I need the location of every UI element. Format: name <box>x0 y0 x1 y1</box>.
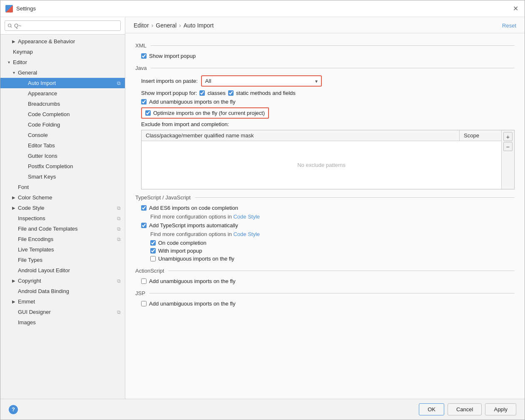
actionscript-add-unambiguous-checkbox[interactable] <box>141 278 147 284</box>
sidebar-item-label: Gutter Icons <box>28 153 121 159</box>
arrow-icon: ▶ <box>11 278 16 283</box>
sidebar-item-live-templates[interactable]: Live Templates <box>0 244 125 255</box>
show-import-popup-label: Show import popup for: <box>141 90 197 96</box>
sidebar-item-label: File Types <box>18 257 121 263</box>
sidebar-item-copyright[interactable]: ▶ Copyright ⧉ <box>0 276 125 286</box>
sidebar-item-label: Appearance & Behavior <box>18 38 121 45</box>
sidebar-item-font[interactable]: Font <box>0 182 125 192</box>
close-button[interactable]: ✕ <box>511 5 520 13</box>
help-button[interactable]: ? <box>9 405 18 414</box>
add-unambiguous-checkbox[interactable] <box>141 99 147 104</box>
xml-label: XML <box>135 42 147 49</box>
sidebar-item-label: File and Code Templates <box>18 226 115 232</box>
jsp-add-unambiguous-label[interactable]: Add unambiguous imports on the fly <box>141 301 235 307</box>
footer-right: OK Cancel Apply <box>419 403 516 415</box>
on-code-completion-label[interactable]: On code completion <box>158 240 207 246</box>
unambiguous-fly-checkbox[interactable] <box>150 256 156 261</box>
insert-imports-select[interactable]: All Ask None <box>201 75 322 87</box>
sidebar-item-label: Editor Tabs <box>28 142 121 149</box>
sidebar-item-console[interactable]: Console <box>0 130 125 140</box>
sidebar-item-editor-tabs[interactable]: Editor Tabs <box>0 140 125 151</box>
typescript-section-header: TypeScript / JavaScript <box>135 194 515 201</box>
sidebar-item-images[interactable]: Images <box>0 317 125 328</box>
sidebar-item-code-folding[interactable]: Code Folding <box>0 119 125 130</box>
sidebar-item-label: File Encodings <box>18 236 115 242</box>
optimize-label[interactable]: Optimize imports on the fly (for current… <box>153 110 265 116</box>
exclude-col-name: Class/package/member qualified name mask <box>142 130 460 141</box>
add-typescript-text: Add TypeScript imports automatically <box>149 222 238 229</box>
find-more-2: Find more configuration options in Code … <box>150 231 515 237</box>
sidebar-item-android-layout-editor[interactable]: Android Layout Editor <box>0 265 125 276</box>
optimize-checkbox[interactable] <box>145 110 151 116</box>
on-code-completion-checkbox[interactable] <box>150 240 156 246</box>
classes-label[interactable]: classes <box>207 90 225 96</box>
remove-exclude-button[interactable]: − <box>503 142 513 151</box>
sidebar-item-android-data-binding[interactable]: Android Data Binding <box>0 286 125 296</box>
sidebar-item-label: Appearance <box>28 90 121 97</box>
apply-button[interactable]: Apply <box>485 403 516 415</box>
sidebar-item-gui-designer[interactable]: GUI Designer ⧉ <box>0 307 125 317</box>
xml-section-header: XML <box>135 42 515 49</box>
copy-icon: ⧉ <box>117 216 121 221</box>
sidebar-item-appearance-behavior[interactable]: ▶ Appearance & Behavior <box>0 36 125 47</box>
on-code-completion-row: On code completion <box>150 240 515 246</box>
sidebar-item-appearance[interactable]: Appearance <box>0 88 125 99</box>
xml-show-import-label[interactable]: Show import popup <box>141 53 196 59</box>
sidebar-item-general[interactable]: ▾ General <box>0 67 125 78</box>
add-es6-checkbox[interactable] <box>141 205 147 211</box>
with-import-popup-label[interactable]: With import popup <box>158 248 202 254</box>
sidebar-item-file-types[interactable]: File Types <box>0 255 125 265</box>
sidebar-item-postfix-completion[interactable]: Postfix Completion <box>0 161 125 171</box>
unambiguous-fly-label[interactable]: Unambiguous imports on the fly <box>158 256 234 262</box>
java-section-header: Java <box>135 65 515 71</box>
exclude-label: Exclude from import and completion: <box>141 121 515 127</box>
ok-button[interactable]: OK <box>419 403 444 415</box>
code-style-link-2[interactable]: Code Style <box>233 231 260 237</box>
actionscript-label: ActionScript <box>135 268 164 274</box>
static-methods-label[interactable]: static methods and fields <box>236 90 296 96</box>
exclude-section: Exclude from import and completion: Clas… <box>141 121 515 189</box>
add-exclude-button[interactable]: + <box>503 132 513 141</box>
find-more-1: Find more configuration options in Code … <box>150 214 515 220</box>
sidebar-item-code-style[interactable]: ▶ Code Style ⧉ <box>0 203 125 213</box>
classes-checkbox[interactable] <box>199 90 205 96</box>
add-es6-label[interactable]: Add ES6 imports on code completion <box>141 205 238 211</box>
sidebar-item-color-scheme[interactable]: ▶ Color Scheme <box>0 192 125 203</box>
exclude-table-wrapper: Class/package/member qualified name mask… <box>141 130 515 189</box>
sidebar-item-code-completion[interactable]: Code Completion <box>0 109 125 119</box>
jsp-add-unambiguous-checkbox[interactable] <box>141 301 147 306</box>
settings-window: Settings ✕ ▶ Appearance & Behavior Keyma… <box>0 0 525 420</box>
reset-link[interactable]: Reset <box>502 22 516 29</box>
copy-icon: ⧉ <box>117 236 121 242</box>
cancel-button[interactable]: Cancel <box>448 403 482 415</box>
sidebar-item-inspections[interactable]: Inspections ⧉ <box>0 213 125 224</box>
search-input[interactable] <box>5 20 121 31</box>
show-import-popup-row: Show import popup for: classes static me… <box>141 90 515 96</box>
arrow-icon: ▾ <box>11 70 16 75</box>
sidebar-item-smart-keys[interactable]: Smart Keys <box>0 171 125 182</box>
typescript-label: TypeScript / JavaScript <box>135 194 191 201</box>
sidebar-item-label: GUI Designer <box>18 309 115 315</box>
add-typescript-label[interactable]: Add TypeScript imports automatically <box>141 222 238 229</box>
sidebar-item-breadcrumbs[interactable]: Breadcrumbs <box>0 99 125 109</box>
sidebar-item-file-encodings[interactable]: File Encodings ⧉ <box>0 234 125 244</box>
code-style-link-1[interactable]: Code Style <box>233 214 260 220</box>
exclude-col-scope: Scope <box>460 130 501 141</box>
sidebar-item-label: Android Layout Editor <box>18 267 121 273</box>
sidebar-item-emmet[interactable]: ▶ Emmet <box>0 296 125 307</box>
copy-icon: ⧉ <box>117 278 121 284</box>
sidebar-item-editor[interactable]: ▾ Editor <box>0 57 125 67</box>
breadcrumb: Editor › General › Auto Import <box>134 22 214 29</box>
actionscript-add-unambiguous-label[interactable]: Add unambiguous imports on the fly <box>141 278 235 284</box>
add-unambiguous-label[interactable]: Add unambiguous imports on the fly <box>141 99 235 105</box>
add-typescript-checkbox[interactable] <box>141 223 147 228</box>
content-area: ▶ Appearance & Behavior Keymap ▾ Editor … <box>0 17 525 399</box>
sidebar-item-keymap[interactable]: Keymap <box>0 47 125 57</box>
static-methods-checkbox[interactable] <box>228 90 234 96</box>
sidebar-item-file-code-templates[interactable]: File and Code Templates ⧉ <box>0 224 125 234</box>
with-import-popup-checkbox[interactable] <box>150 248 156 253</box>
xml-show-import-checkbox[interactable] <box>141 53 147 59</box>
sidebar-item-auto-import[interactable]: Auto Import ⧉ <box>0 78 125 88</box>
sidebar-item-gutter-icons[interactable]: Gutter Icons <box>0 151 125 161</box>
footer-outer: ? OK Cancel Apply <box>9 403 516 415</box>
